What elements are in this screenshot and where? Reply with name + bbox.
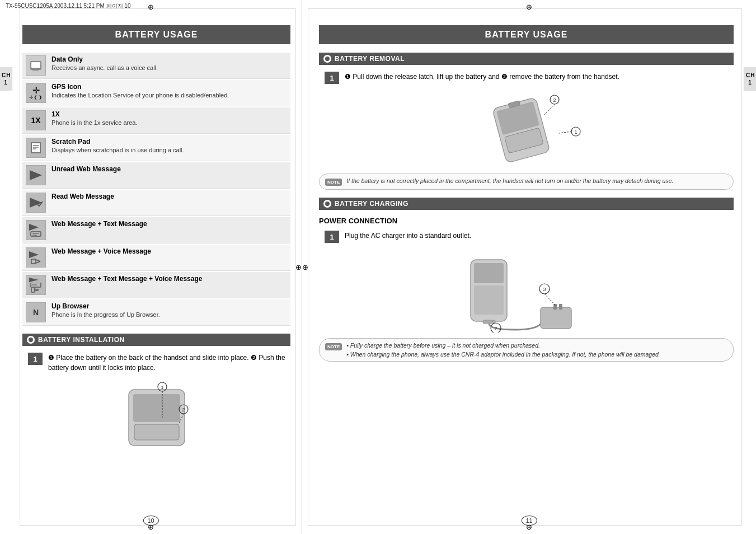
bullet-icon xyxy=(27,336,35,344)
icon-text-up-browser: Up Browser Phone is in the progress of U… xyxy=(51,302,287,318)
icon-label: Read Web Message xyxy=(51,193,287,200)
svg-marker-15 xyxy=(29,251,39,258)
page-container: TX-95CUSC1205A 2003.12.11 5:21 PM 페이지 10… xyxy=(0,0,756,534)
svg-line-18 xyxy=(36,261,40,263)
step-num-box: 1 xyxy=(325,231,339,243)
svg-rect-46 xyxy=(474,285,504,315)
svg-marker-10 xyxy=(30,198,42,208)
note-charging-line2: • When charging the phone, always use th… xyxy=(346,351,660,358)
icon-text-gps: GPS Icon Indicates the Location Service … xyxy=(51,83,287,99)
step-text: Plug the AC charger into a standard outl… xyxy=(345,231,734,241)
list-item: Data Only Receives an async. call as a v… xyxy=(22,53,290,79)
svg-rect-47 xyxy=(483,320,495,324)
icon-text-unread-web: Unread Web Message xyxy=(51,165,287,174)
right-page: CH 1 ⊕ BATTERY USAGE BATTERY REMOVAL 1 ❶… xyxy=(302,0,756,534)
svg-rect-45 xyxy=(474,263,504,283)
svg-text:2: 2 xyxy=(182,407,185,413)
step-text: ❶ Pull down the release latch, lift up t… xyxy=(345,72,734,82)
svg-text:1: 1 xyxy=(574,129,577,135)
icon-data-only xyxy=(26,55,46,76)
svg-line-42 xyxy=(544,104,555,115)
svg-line-24 xyxy=(35,290,39,291)
top-crosshair-right: ⊕ xyxy=(526,3,532,11)
bullet-icon xyxy=(323,55,331,63)
svg-text:3: 3 xyxy=(543,287,546,292)
icon-web-text xyxy=(26,220,46,240)
icon-label: Data Only xyxy=(51,55,287,63)
icon-desc: Indicates the Location Service of your p… xyxy=(51,91,287,99)
icon-desc: Phone is in the progress of Up Browser. xyxy=(51,311,287,318)
icon-desc: Phone is in the 1x service area. xyxy=(51,119,287,127)
icon-text-web-text-voice: Web Message + Text Message + Voice Messa… xyxy=(51,275,287,283)
list-item: Web Message + Text Message + Voice Messa… xyxy=(22,272,290,298)
icon-label: Unread Web Message xyxy=(51,165,287,173)
battery-charging-heading: BATTERY CHARGING xyxy=(319,198,734,210)
step-num-box: 1 xyxy=(325,72,339,84)
chapter-tab-left: CH 1 xyxy=(0,67,12,91)
battery-installation-heading: BATTERY INSTALLATION xyxy=(22,334,290,346)
icon-desc: Displays when scratchpad is in use durin… xyxy=(51,146,287,154)
list-item: Read Web Message xyxy=(22,190,290,216)
svg-rect-48 xyxy=(541,307,571,329)
icon-label: Web Message + Text Message xyxy=(51,220,287,228)
icon-unread-web xyxy=(26,165,46,185)
right-title: BATTERY USAGE xyxy=(319,25,734,44)
step-num-box: 1 xyxy=(28,353,43,365)
removal-step1: 1 ❶ Pull down the release latch, lift up… xyxy=(319,72,734,84)
icon-label: Web Message + Voice Message xyxy=(51,247,287,255)
svg-rect-12 xyxy=(31,232,41,236)
svg-rect-26 xyxy=(133,394,180,422)
icon-list: Data Only Receives an async. call as a v… xyxy=(22,53,290,326)
icon-gps: ✛ ✛❨❩ xyxy=(26,83,46,103)
note-charging-text: • Fully charge the battery before using … xyxy=(346,342,660,358)
icon-text-1x: 1X Phone is in the 1x service area. xyxy=(51,110,287,127)
svg-rect-1 xyxy=(31,62,40,68)
note-removal: NOTE If the battery is not correctly pla… xyxy=(319,174,734,190)
list-item: ✛ ✛❨❩ GPS Icon Indicates the Location Se… xyxy=(22,80,290,106)
svg-rect-50 xyxy=(559,304,562,310)
svg-marker-11 xyxy=(29,224,39,231)
power-connection-label: POWER CONNECTION xyxy=(319,217,734,225)
charging-diagram: 3 2 xyxy=(319,249,734,332)
svg-rect-5 xyxy=(32,143,40,152)
svg-rect-22 xyxy=(31,288,35,292)
svg-marker-9 xyxy=(30,170,42,180)
svg-rect-2 xyxy=(34,68,38,69)
svg-line-17 xyxy=(36,260,40,261)
svg-text:1: 1 xyxy=(161,385,163,390)
icon-web-text-voice xyxy=(26,275,46,295)
charging-step1: 1 Plug the AC charger into a standard ou… xyxy=(319,231,734,243)
svg-line-43 xyxy=(559,132,571,133)
list-item: Unread Web Message xyxy=(22,162,290,189)
list-item: Scratch Pad Displays when scratchpad is … xyxy=(22,135,290,161)
svg-rect-3 xyxy=(32,69,39,71)
battery-removal-heading: BATTERY REMOVAL xyxy=(319,53,734,65)
left-page: CH 1 ⊕ BATTERY USAGE Data Only Receives … xyxy=(0,0,302,534)
note-charging: NOTE • Fully charge the battery before u… xyxy=(319,338,734,362)
icon-desc: Receives an async. call as a voice call. xyxy=(51,64,287,72)
svg-rect-16 xyxy=(31,259,36,264)
chapter-tab-right: CH 1 xyxy=(744,67,756,91)
battery-charging-label: BATTERY CHARGING xyxy=(335,200,408,208)
svg-line-55 xyxy=(544,294,556,306)
icon-text-scratch: Scratch Pad Displays when scratchpad is … xyxy=(51,138,287,154)
top-crosshair-left: ⊕ xyxy=(148,3,154,11)
icon-up-browser: N xyxy=(26,302,46,322)
icon-1x: 1X xyxy=(26,110,46,130)
list-item: N Up Browser Phone is in the progress of… xyxy=(22,299,290,326)
step-text: ❶ Place the battery on the back of the h… xyxy=(48,353,290,373)
svg-text:2: 2 xyxy=(553,97,556,103)
note-charging-line1: • Fully charge the battery before using … xyxy=(346,342,660,349)
battery-removal-label: BATTERY REMOVAL xyxy=(335,55,405,63)
icon-text-web-text: Web Message + Text Message xyxy=(51,220,287,228)
icon-text-read-web: Read Web Message xyxy=(51,193,287,201)
svg-marker-19 xyxy=(29,278,39,282)
bullet-icon xyxy=(323,200,331,208)
installation-step1: 1 ❶ Place the battery on the back of the… xyxy=(22,353,290,373)
installation-diagram: 1 2 xyxy=(22,378,290,457)
icon-label: 1X xyxy=(51,110,287,118)
icon-scratch xyxy=(26,138,46,158)
note-label: NOTE xyxy=(325,343,342,350)
icon-read-web xyxy=(26,193,46,213)
list-item: Web Message + Text Message xyxy=(22,217,290,243)
